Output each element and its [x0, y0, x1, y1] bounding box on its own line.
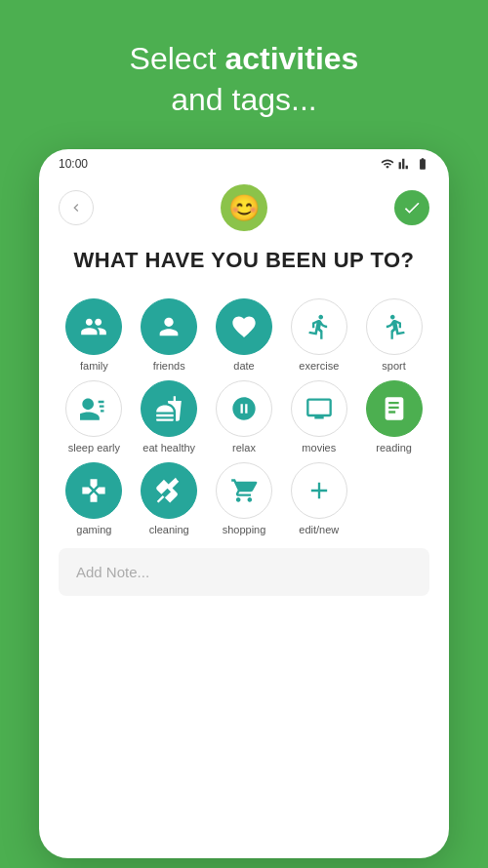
activity-eat-healthy[interactable]: eat healthy	[134, 380, 205, 454]
sport-icon	[381, 313, 408, 340]
sleep-label: sleep early	[68, 442, 120, 454]
reading-label: reading	[376, 442, 412, 454]
sleep-icon	[80, 395, 107, 422]
gaming-icon	[80, 477, 107, 504]
back-button[interactable]	[59, 190, 94, 225]
activity-edit-new[interactable]: edit/new	[283, 462, 354, 536]
plus-icon	[305, 477, 333, 504]
top-bar: 😊	[59, 175, 429, 247]
friends-icon	[155, 313, 183, 340]
activity-sport[interactable]: sport	[358, 298, 429, 373]
check-icon	[402, 198, 422, 217]
activity-family[interactable]: family	[59, 298, 130, 373]
movies-label: movies	[302, 442, 336, 454]
relax-icon-circle	[216, 380, 272, 437]
sport-label: sport	[382, 360, 405, 373]
status-bar: 10:00	[39, 149, 449, 175]
activity-relax[interactable]: relax	[209, 380, 280, 454]
exercise-label: exercise	[299, 360, 339, 373]
header-title: Select activities and tags...	[130, 39, 359, 120]
activity-exercise[interactable]: exercise	[283, 298, 354, 373]
friends-icon-circle	[141, 298, 197, 355]
edit-new-label: edit/new	[299, 524, 339, 536]
relax-label: relax	[232, 442, 256, 454]
reading-icon	[381, 395, 408, 422]
mood-emoji: 😊	[221, 184, 267, 231]
signal-icon	[398, 157, 412, 171]
eat-healthy-label: eat healthy	[142, 442, 195, 454]
movies-icon-circle	[291, 380, 347, 437]
exercise-icon-circle	[291, 298, 347, 355]
sport-icon-circle	[366, 298, 423, 355]
add-note-input[interactable]: Add Note...	[59, 548, 429, 596]
status-icons	[381, 157, 429, 171]
activity-cleaning[interactable]: cleaning	[134, 462, 205, 536]
activity-shopping[interactable]: shopping	[209, 462, 280, 536]
activity-sleep-early[interactable]: sleep early	[59, 380, 130, 454]
relax-icon	[230, 395, 258, 422]
movies-icon	[305, 395, 333, 422]
cleaning-label: cleaning	[149, 524, 189, 536]
friends-label: friends	[153, 360, 185, 373]
shopping-icon-circle	[216, 462, 272, 519]
phone-frame: 10:00 😊	[39, 149, 449, 858]
add-note-placeholder: Add Note...	[76, 564, 149, 580]
family-icon	[80, 313, 107, 340]
exercise-icon	[305, 313, 333, 340]
activity-reading[interactable]: reading	[358, 380, 429, 454]
eat-healthy-icon	[155, 395, 183, 422]
phone-content: 😊 WHAT HAVE YOU BEEN UP TO? family	[39, 175, 449, 615]
sleep-icon-circle	[65, 380, 122, 437]
family-icon-circle	[65, 298, 122, 355]
back-icon	[68, 200, 84, 216]
gaming-label: gaming	[76, 524, 111, 536]
question-text: WHAT HAVE YOU BEEN UP TO?	[59, 247, 429, 275]
eat-healthy-icon-circle	[141, 380, 197, 437]
date-icon	[230, 313, 258, 340]
battery-icon	[416, 157, 429, 171]
activity-date[interactable]: date	[209, 298, 280, 373]
date-label: date	[233, 360, 254, 373]
confirm-button[interactable]	[394, 190, 429, 225]
reading-icon-circle	[366, 380, 423, 437]
gaming-icon-circle	[65, 462, 122, 519]
family-label: family	[80, 360, 108, 373]
activities-grid: family friends date	[59, 298, 429, 537]
cleaning-icon	[155, 477, 183, 504]
shopping-icon	[230, 477, 258, 504]
cleaning-icon-circle	[141, 462, 197, 519]
activity-movies[interactable]: movies	[283, 380, 354, 454]
header: Select activities and tags...	[110, 0, 379, 149]
shopping-label: shopping	[223, 524, 266, 536]
activity-friends[interactable]: friends	[134, 298, 205, 373]
activity-gaming[interactable]: gaming	[59, 462, 130, 536]
date-icon-circle	[216, 298, 272, 355]
wifi-icon	[381, 157, 394, 171]
time: 10:00	[59, 157, 88, 171]
edit-new-icon-circle	[291, 462, 347, 519]
